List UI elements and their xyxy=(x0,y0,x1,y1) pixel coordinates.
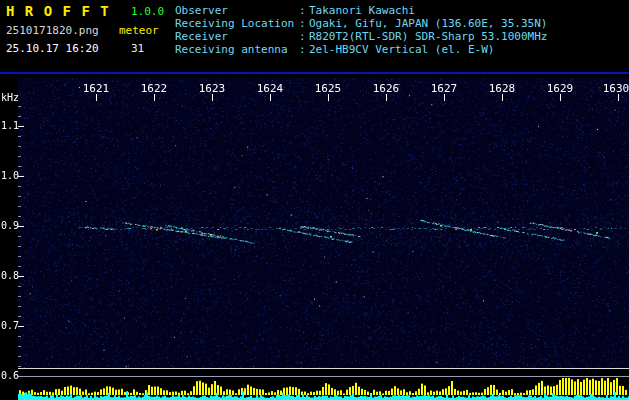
info-label: Observer xyxy=(175,4,299,17)
time-tick-label: 1629 xyxy=(547,82,574,95)
station-info: Observer:Takanori Kawachi Receiving Loca… xyxy=(175,4,547,56)
time-tick-label: 1630 xyxy=(603,82,629,95)
time-tick-label: 1621 xyxy=(83,82,110,95)
time-tick-label: 1626 xyxy=(373,82,400,95)
output-filename: 2510171820.png xyxy=(6,24,99,37)
app-title: H R O F F T xyxy=(6,3,110,19)
freq-tick-label: 1.1 xyxy=(1,120,19,131)
info-colon: : xyxy=(299,17,309,30)
info-label: Receiving antenna xyxy=(175,43,299,56)
info-row-observer: Observer:Takanori Kawachi xyxy=(175,4,547,17)
freq-tick-label: 0.6 xyxy=(1,370,19,381)
time-tick-label: 1623 xyxy=(199,82,226,95)
info-row-receiver: Receiver:R820T2(RTL-SDR) SDR-Sharp 53.10… xyxy=(175,30,547,43)
time-tick-label: 1622 xyxy=(141,82,168,95)
header-separator xyxy=(0,72,629,74)
info-value: R820T2(RTL-SDR) SDR-Sharp 53.1000MHz xyxy=(309,30,547,43)
mode-label: meteor xyxy=(119,24,159,37)
freq-tick-label: 0.9 xyxy=(1,220,19,231)
info-label: Receiver xyxy=(175,30,299,43)
time-tick-label: 1627 xyxy=(431,82,458,95)
freq-tick-label: 0.8 xyxy=(1,270,19,281)
info-value: Takanori Kawachi xyxy=(309,4,415,17)
info-row-antenna: Receiving antenna:2el-HB9CV Vertical (el… xyxy=(175,43,547,56)
info-row-location: Receiving Location:Ogaki, Gifu, JAPAN (1… xyxy=(175,17,547,30)
info-label: Receiving Location xyxy=(175,17,299,30)
time-tick-label: 1624 xyxy=(257,82,284,95)
datetime-label: 25.10.17 16:20 xyxy=(6,42,99,55)
info-value: Ogaki, Gifu, JAPAN (136.60E, 35.35N) xyxy=(309,17,547,30)
spectrogram-canvas xyxy=(0,78,629,400)
info-value: 2el-HB9CV Vertical (el. E-W) xyxy=(309,43,494,56)
freq-tick-label: 0.7 xyxy=(1,320,19,331)
freq-axis-unit: kHz xyxy=(1,92,19,103)
hrofft-window: H R O F F T 1.0.0 2510171820.png meteor … xyxy=(0,0,629,400)
freq-tick-label: 1.0 xyxy=(1,170,19,181)
info-colon: : xyxy=(299,43,309,56)
info-colon: : xyxy=(299,4,309,17)
info-colon: : xyxy=(299,30,309,43)
echo-counter: 31 xyxy=(131,42,144,55)
time-tick-label: 1628 xyxy=(489,82,516,95)
app-version: 1.0.0 xyxy=(131,5,164,18)
time-tick-label: 1625 xyxy=(315,82,342,95)
